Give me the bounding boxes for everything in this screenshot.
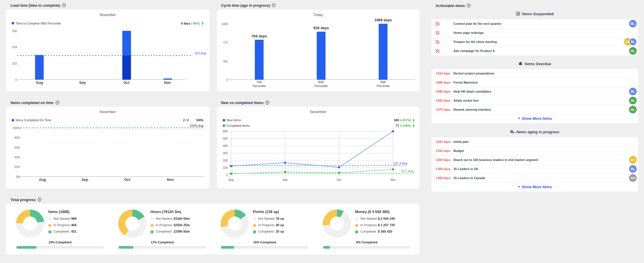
svg-text:80th: 80th [318,81,324,84]
svg-text:200: 200 [223,159,228,162]
svg-text:Items Completed On Time: Items Completed On Time [16,118,51,122]
svg-text:Oct: Oct [337,178,341,181]
svg-text:70th: 70th [256,81,262,84]
svg-text:77 (+159%): 77 (+159%) [396,124,411,127]
svg-text:Aug: Aug [36,81,43,85]
svg-text:Today: Today [314,13,323,17]
svg-text:100% Avg: 100% Avg [190,124,203,127]
svg-text:204: 204 [12,46,17,49]
svg-text:2 / 2: 2 / 2 [183,119,189,122]
svg-text:356: 356 [223,60,228,63]
svg-text:November: November [100,110,116,114]
svg-text:40%: 40% [14,156,20,159]
svg-text:80%: 80% [14,136,20,139]
svg-text:Sep: Sep [282,178,288,181]
svg-text:1069: 1069 [221,23,228,26]
svg-text:131.3 Avg: 131.3 Avg [393,162,407,165]
svg-text:152 Avg: 152 Avg [194,51,206,55]
svg-text:?: ? [56,101,58,104]
svg-text:600: 600 [223,130,228,133]
svg-text:Aug: Aug [39,178,46,182]
svg-text:Oct: Oct [124,178,131,182]
svg-text:Completed Items: Completed Items [227,124,250,127]
svg-text:29.7 Avg: 29.7 Avg [401,169,414,173]
svg-text:100%: 100% [13,127,20,130]
svg-text:300: 300 [223,152,228,155]
svg-text:November: November [310,110,326,114]
svg-text:Sep: Sep [81,178,88,182]
svg-text:Nov: Nov [164,81,171,85]
svg-text:?: ? [266,101,268,104]
svg-text:?: ? [39,198,40,201]
svg-text:60%: 60% [14,146,20,149]
svg-text:Percentile: Percentile [253,84,266,88]
svg-text:100: 100 [223,166,228,169]
svg-text:New Items: New Items [227,118,241,122]
svg-text:102: 102 [12,62,17,65]
svg-text:Percentile: Percentile [315,84,328,88]
svg-text:?: ? [468,4,470,7]
svg-text:916 days: 916 days [314,26,329,30]
svg-text:0%: 0% [16,175,20,179]
svg-text:Aug: Aug [229,178,234,181]
svg-text:100%: 100% [196,119,203,122]
svg-text:0: 0 [226,174,228,177]
svg-text:95th: 95th [380,81,386,84]
svg-text:306: 306 [12,30,17,33]
svg-text:Nov: Nov [390,178,396,181]
svg-text:Nov: Nov [167,178,174,182]
svg-text:Sep: Sep [79,81,86,85]
svg-text:6 days (-96%): 6 days (-96%) [181,22,200,25]
svg-text:600 (+357%): 600 (+357%) [394,119,411,122]
svg-text:November: November [100,13,116,17]
svg-text:1069 days: 1069 days [374,18,392,22]
svg-text:?: ? [63,4,65,7]
svg-text:764 days: 764 days [251,34,267,38]
svg-text:500: 500 [223,137,228,140]
svg-text:20%: 20% [14,165,20,169]
svg-text:0: 0 [15,78,17,82]
svg-text:?: ? [273,4,275,7]
svg-text:712: 712 [223,41,228,44]
svg-text:0: 0 [226,78,228,82]
svg-text:400: 400 [223,144,228,148]
svg-text:Oct: Oct [124,81,130,85]
svg-text:Time to Complete 95th Percenti: Time to Complete 95th Percentile [16,22,61,25]
svg-text:Percentile: Percentile [376,84,390,88]
